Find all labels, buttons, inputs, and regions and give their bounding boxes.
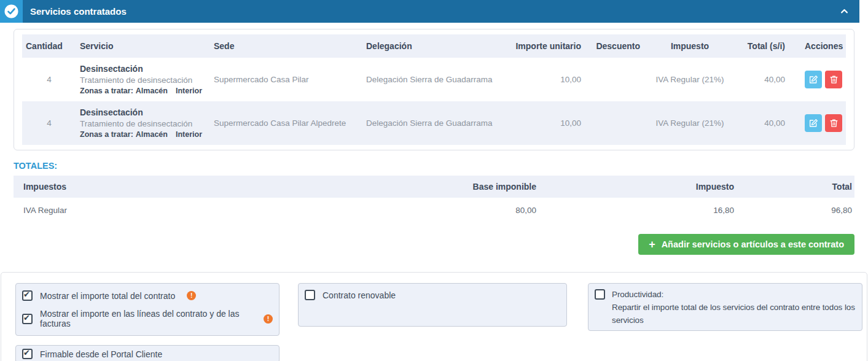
zone-tag: Interior [176,87,202,95]
totals-header-row: Impuestos Base imponible Impuesto Total [14,176,854,198]
service-description: Tratamiento de desinsectación [80,76,206,85]
impuesto-cell: IVA Regular (21%) [644,101,736,145]
edit-service-button[interactable] [805,114,822,132]
totals-header-impuesto: Impuesto [539,176,737,198]
mostrar-importe-total-checkbox[interactable] [22,290,33,301]
delegacion-cell: Delegación Sierra de Guadarrama [362,101,510,145]
totals-total-cell: 96,80 [737,198,854,223]
total-cell: 40,00 [736,101,803,145]
delete-service-button[interactable] [825,114,842,132]
importe-unitario-cell: 10,00 [510,58,585,101]
descuento-cell [585,58,644,101]
add-services-button[interactable]: + Añadir servicios o artículos a este co… [638,234,854,255]
trash-icon [829,75,839,84]
servicio-cell: DesinsectaciónTratamiento de desinsectac… [76,58,210,101]
productividad-text: Productividad: Repartir el importe total… [612,287,857,327]
add-button-row: + Añadir servicios o artículos a este co… [0,234,854,255]
panel-title: Servicios contratados [30,6,127,17]
zone-tag: Almacén [136,130,168,139]
total-cell: 40,00 [736,58,803,101]
renewable-option-box: Contrato renovable [298,283,567,327]
service-zones: Zonas a tratar:AlmacénInterior [80,130,206,139]
service-row: 4DesinsectaciónTratamiento de desinsecta… [22,58,846,101]
option-mostrar-importe-lineas: Mostrar el importe en las líneas del con… [22,309,273,328]
column-header-cantidad: Cantidad [22,34,76,58]
column-header-delegacion: Delegación [362,34,510,58]
options-left-column: Mostrar el importe total del contrato ! … [15,283,280,361]
sede-cell: Supermercado Casa Pilar Alpedrete [210,101,362,145]
contrato-renovable-label: Contrato renovable [323,290,396,300]
importe-unitario-cell: 10,00 [510,101,585,145]
totals-row: IVA Regular80,0016,8096,80 [14,198,854,223]
services-table-body: 4DesinsectaciónTratamiento de desinsecta… [22,58,846,145]
chevron-up-icon [839,7,850,16]
totals-table: Impuestos Base imponible Impuesto Total … [14,176,854,223]
acciones-cell [803,101,846,145]
service-description: Tratamiento de desinsectación [80,119,206,128]
service-zones: Zonas a tratar:AlmacénInterior [80,87,206,95]
productivity-option-box: Productividad: Repartir el importe total… [588,283,862,331]
collapse-panel-button[interactable] [839,7,850,16]
service-name: Desinsectación [80,107,206,117]
productividad-checkbox[interactable] [595,289,605,300]
zone-tag: Interior [176,130,202,139]
column-header-total: Total (s/i) [736,34,803,58]
totals-impuesto-cell: 16,80 [539,198,737,223]
totals-header-total: Total [737,176,854,198]
show-amount-options-box: Mostrar el importe total del contrato ! … [15,283,280,336]
mostrar-importe-lineas-checkbox[interactable] [22,314,33,324]
column-header-sede: Sede [210,34,362,58]
trash-icon [829,118,839,128]
totals-impuestos-cell: IVA Regular [14,198,296,223]
service-name: Desinsectación [80,64,206,74]
contrato-renovable-checkbox[interactable] [305,290,315,300]
service-row: 4DesinsectaciónTratamiento de desinsecta… [22,101,846,145]
column-header-impuesto: Impuesto [644,34,736,58]
productividad-description: Repartir el importe total de los servici… [612,301,857,327]
servicio-cell: DesinsectaciónTratamiento de desinsectac… [76,101,210,145]
totales-label: TOTALES: [14,161,868,171]
services-card: Cantidad Servicio Sede Delegación Import… [14,29,854,150]
services-table: Cantidad Servicio Sede Delegación Import… [22,34,846,145]
contract-options-section: Mostrar el importe total del contrato ! … [1,272,867,361]
panel-header: Servicios contratados [0,0,868,23]
totals-base-imponible-cell: 80,00 [296,198,539,223]
sede-cell: Supermercado Casa Pilar [210,58,362,101]
zone-tag: Almacén [136,87,168,95]
totals-table-body: IVA Regular80,0016,8096,80 [14,198,854,223]
productividad-label: Productividad: [612,288,857,301]
option-firmable: Firmable desde el Portal Cliente [22,349,162,359]
add-services-button-label: Añadir servicios o artículos a este cont… [662,239,844,249]
descuento-cell [585,101,644,145]
column-header-servicio: Servicio [76,34,210,58]
totals-header-base-imponible: Base imponible [296,176,539,198]
delete-service-button[interactable] [825,71,842,88]
info-icon[interactable]: ! [187,291,196,300]
firmable-option-box: Firmable desde el Portal Cliente [15,345,280,361]
panel-check-icon [0,0,23,23]
firmable-checkbox[interactable] [22,349,33,359]
delegacion-cell: Delegación Sierra de Guadarrama [362,58,510,101]
info-icon[interactable]: ! [264,314,273,324]
totals-header-impuestos: Impuestos [14,176,296,198]
option-contrato-renovable: Contrato renovable [305,290,560,300]
panel-title-bar: Servicios contratados [23,0,859,23]
impuesto-cell: IVA Regular (21%) [644,58,736,101]
option-mostrar-importe-total: Mostrar el importe total del contrato ! [22,290,273,301]
mostrar-importe-lineas-label: Mostrar el importe en las líneas del con… [40,309,252,328]
column-header-acciones: Acciones [803,34,846,58]
plus-icon: + [649,239,655,250]
pencil-square-icon [808,75,818,85]
cantidad-cell: 4 [22,58,76,101]
pencil-square-icon [808,118,818,128]
acciones-cell [803,58,846,101]
mostrar-importe-total-label: Mostrar el importe total del contrato [40,291,175,301]
column-header-descuento: Descuento [585,34,644,58]
edit-service-button[interactable] [805,71,822,88]
column-header-importe-unitario: Importe unitario [510,34,585,58]
cantidad-cell: 4 [22,101,76,145]
services-table-header-row: Cantidad Servicio Sede Delegación Import… [22,34,846,58]
firmable-label: Firmable desde el Portal Cliente [40,349,162,359]
